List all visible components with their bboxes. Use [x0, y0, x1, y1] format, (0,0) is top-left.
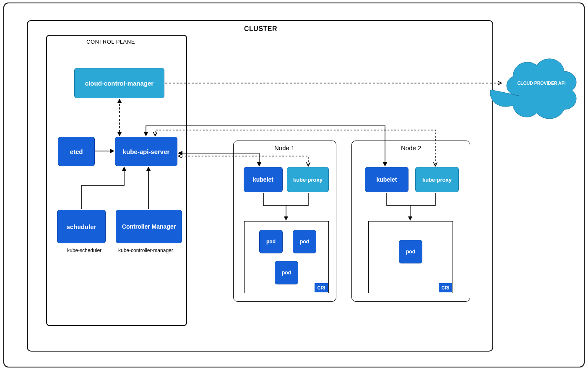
node1-title: Node 1 [274, 144, 294, 151]
node1-kube-proxy-box: kube-proxy [287, 167, 329, 192]
node1-kubelet-box: kubelet [244, 167, 283, 192]
control-plane-title: CONTROL PLANE [86, 39, 135, 45]
etcd-box: etcd [58, 137, 95, 166]
scheduler-box: scheduler [57, 210, 106, 243]
node1-pod-2: pod [293, 230, 316, 253]
cloud-control-manager-box: cloud-control-manager [74, 68, 164, 98]
controller-manager-box: Controller Manager [116, 210, 182, 243]
node2-title: Node 2 [401, 144, 421, 151]
node2-kube-proxy-box: kube-proxy [415, 167, 459, 192]
scheduler-sublabel: kube-scheduler [67, 248, 101, 253]
node1-pod-1: pod [259, 230, 283, 253]
node2-pod-1: pod [399, 240, 422, 263]
controller-manager-sublabel: kube-controller-manager [118, 248, 173, 253]
node1-pod-3: pod [275, 261, 298, 284]
diagram-canvas: CLUSTER CONTROL PLANE cloud-control-mana… [0, 0, 588, 370]
node1-cri-tag: CRI [315, 283, 328, 292]
cluster-title: CLUSTER [244, 25, 277, 33]
node2-kubelet-box: kubelet [365, 167, 408, 192]
node2-cri-tag: CRI [439, 283, 452, 292]
kube-api-server-box: kube-api-server [115, 137, 177, 166]
